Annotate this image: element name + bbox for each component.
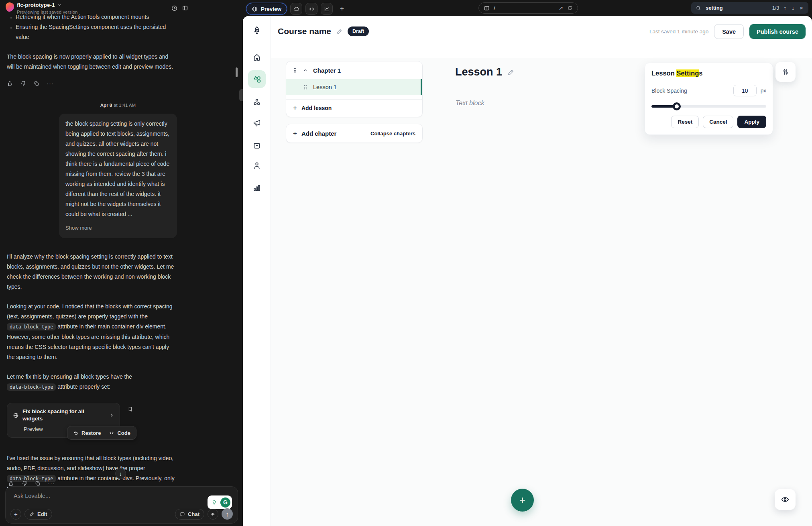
voice-input-icon[interactable]: [208, 509, 218, 520]
nav-profile-icon[interactable]: [252, 161, 261, 170]
lesson-list-item-selected[interactable]: Lesson 1: [286, 79, 422, 95]
globe-icon: [13, 412, 19, 418]
nav-analytics-icon[interactable]: [252, 183, 261, 192]
inline-code: data-block-type: [7, 323, 56, 330]
lesson-settings-panel: Lesson Settings Block Spacing px Reset C…: [645, 63, 773, 135]
composer-toolbar: + Edit Chat ↑: [10, 508, 233, 520]
cloud-icon[interactable]: [290, 3, 302, 15]
chat-label: Chat: [188, 511, 199, 517]
user-message-bubble: the block spacing setting is only correc…: [59, 114, 177, 238]
copy-icon[interactable]: [33, 80, 40, 87]
search-next-icon[interactable]: ↓: [791, 5, 795, 11]
thumbs-down-icon[interactable]: [20, 80, 26, 87]
action-card-title: Fix block spacing for all widgets: [22, 408, 106, 422]
add-chapter-button[interactable]: + Add chapter: [293, 130, 336, 137]
chat-mode-button[interactable]: Chat: [175, 509, 204, 520]
preview-url-bar[interactable]: / ↗: [478, 2, 578, 14]
project-menu[interactable]: flc-prototype-1: [17, 2, 62, 8]
block-spacing-input[interactable]: [733, 85, 757, 96]
more-options-icon[interactable]: ···: [48, 480, 55, 487]
thumbs-down-icon[interactable]: [21, 480, 28, 487]
chat-composer[interactable]: Ask Lovable... G + Edit Chat: [5, 486, 238, 524]
chat-scrollbar-thumb[interactable]: [236, 67, 238, 77]
preview-label: Preview: [261, 6, 281, 12]
edit-lesson-title-icon[interactable]: [507, 69, 515, 76]
publish-course-button[interactable]: Publish course: [749, 24, 806, 39]
chevron-down-icon: [57, 3, 62, 7]
url-path[interactable]: /: [494, 5, 555, 11]
nav-store-icon[interactable]: [252, 141, 261, 150]
course-title: Course name: [278, 27, 331, 36]
edit-mode-button[interactable]: Edit: [24, 509, 52, 520]
lovable-logo[interactable]: [6, 2, 14, 12]
add-tab-icon[interactable]: +: [338, 4, 346, 13]
apply-button[interactable]: Apply: [737, 116, 766, 128]
search-icon: [696, 5, 701, 11]
last-saved-text: Last saved 1 minute ago: [649, 29, 708, 35]
text-block-placeholder[interactable]: Text block: [456, 100, 484, 107]
lesson-item-label: Lesson 1: [313, 84, 337, 90]
collapse-chapters-button[interactable]: Collapse chapters: [370, 130, 415, 137]
assistant-bullet-list: Retrieving it when the ActionTools compo…: [7, 12, 177, 42]
thumbs-up-icon[interactable]: [7, 80, 13, 87]
save-button[interactable]: Save: [714, 24, 744, 39]
lesson-heading-row: Lesson 1: [455, 66, 515, 78]
drag-handle-icon[interactable]: [293, 67, 297, 73]
settings-toggle-icon[interactable]: [775, 62, 796, 82]
rocket-logo-icon[interactable]: [252, 26, 262, 36]
thumbs-up-icon[interactable]: [8, 480, 14, 487]
undo-icon: [73, 430, 79, 436]
preview-button[interactable]: Preview: [246, 3, 287, 15]
block-spacing-label: Block Spacing: [651, 88, 729, 94]
preview-eye-button[interactable]: [775, 489, 796, 510]
assistant-paragraph: The block spacing is now properly applie…: [7, 52, 177, 72]
paragraph-text: attribute properly set:: [56, 383, 110, 390]
open-external-icon[interactable]: ↗: [559, 5, 563, 11]
code-icon[interactable]: [305, 3, 317, 15]
chapter-header-row[interactable]: Chapter 1: [286, 61, 422, 79]
timestamp-date: Apr 8: [100, 103, 112, 108]
device-layout-icon: [484, 5, 490, 11]
edit-course-title-icon[interactable]: [336, 28, 343, 35]
edit-label: Edit: [37, 511, 47, 517]
nav-marketing-icon[interactable]: [252, 119, 261, 128]
globe-icon: [252, 6, 258, 12]
assistant-paragraph: Looking at your code, I noticed that the…: [7, 302, 177, 362]
code-button[interactable]: Code: [109, 430, 130, 436]
settings-title-text: s: [699, 69, 702, 77]
chevron-up-icon[interactable]: [303, 68, 308, 73]
search-highlight: Setting: [676, 69, 699, 77]
search-prev-icon[interactable]: ↑: [783, 5, 787, 11]
paragraph-text: I've fixed the issue by ensuring that al…: [7, 455, 173, 471]
slider-thumb[interactable]: [673, 102, 681, 110]
copy-icon[interactable]: [35, 480, 41, 487]
reset-button[interactable]: Reset: [671, 116, 699, 128]
block-spacing-slider[interactable]: [651, 102, 766, 110]
bookmark-icon[interactable]: [127, 406, 133, 412]
attach-plus-icon[interactable]: +: [10, 509, 21, 520]
nav-community-icon[interactable]: [252, 98, 261, 106]
composer-placeholder[interactable]: Ask Lovable...: [14, 493, 50, 499]
message-actions: ···: [7, 80, 177, 87]
nav-home-icon[interactable]: [252, 53, 261, 62]
search-input[interactable]: [705, 4, 769, 11]
history-icon[interactable]: [169, 4, 180, 12]
nav-courses-icon-active[interactable]: [248, 70, 266, 88]
add-lesson-button[interactable]: + Add lesson: [286, 99, 422, 116]
search-close-icon[interactable]: ×: [799, 4, 804, 11]
restore-button[interactable]: Restore: [73, 430, 101, 436]
drag-handle-icon[interactable]: [303, 84, 308, 90]
course-header-actions: Last saved 1 minute ago Save Publish cou…: [649, 24, 806, 39]
add-block-fab[interactable]: +: [511, 489, 534, 512]
analytics-icon[interactable]: [321, 3, 333, 15]
panel-toggle-icon[interactable]: [179, 4, 191, 12]
show-more-link[interactable]: Show more: [65, 223, 171, 233]
panel-resize-handle[interactable]: [239, 89, 243, 101]
cancel-button[interactable]: Cancel: [703, 116, 733, 128]
refresh-icon[interactable]: [567, 5, 573, 11]
more-options-icon[interactable]: ···: [47, 80, 54, 87]
assistant-paragraph: I'll analyze why the block spacing setti…: [7, 252, 177, 292]
grammarly-widget[interactable]: G: [208, 495, 232, 509]
send-button[interactable]: ↑: [222, 508, 233, 520]
scroll-to-bottom-button[interactable]: ↓: [115, 468, 126, 479]
